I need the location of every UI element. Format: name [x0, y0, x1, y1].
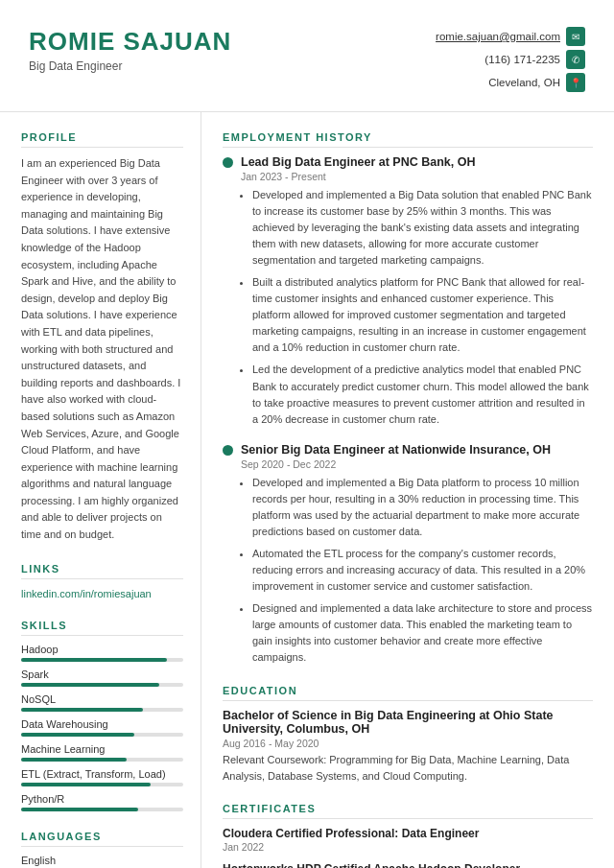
skill-item: Machine Learning	[21, 743, 183, 762]
job-title: Lead Big Data Engineer at PNC Bank, OH	[241, 155, 476, 169]
skill-item: ETL (Extract, Transform, Load)	[21, 768, 183, 786]
job-bullets: Developed and implemented a Big Data sol…	[241, 187, 593, 428]
edu-dates: Aug 2016 - May 2020	[223, 738, 593, 749]
employment-title: EMPLOYMENT HISTORY	[223, 131, 593, 148]
skill-bar-fill	[21, 808, 138, 811]
candidate-title: Big Data Engineer	[29, 59, 231, 73]
cert-item: Hortonworks HDP Certified Apache Hadoop …	[223, 862, 593, 868]
job-bullet: Developed and implemented a Big Data pla…	[252, 475, 593, 540]
job-bullet: Designed and implemented a data lake arc…	[252, 600, 593, 666]
skill-name: Data Warehousing	[21, 718, 183, 730]
job-dates: Sep 2020 - Dec 2022	[241, 458, 593, 470]
skill-item: Data Warehousing	[21, 718, 183, 737]
job-item: Lead Big Data Engineer at PNC Bank, OH J…	[223, 155, 593, 428]
skill-name: NoSQL	[21, 693, 183, 705]
email-link[interactable]: romie.sajuan@gmail.com	[436, 31, 560, 42]
skill-bar-bg	[21, 683, 183, 687]
skill-name: Spark	[21, 669, 183, 680]
languages-title: LANGUAGES	[21, 831, 183, 847]
skill-bar-bg	[21, 808, 183, 811]
education-item: Bachelor of Science in Big Data Engineer…	[223, 709, 593, 784]
edu-degree: Bachelor of Science in Big Data Engineer…	[223, 709, 593, 736]
language-english: English	[21, 855, 183, 866]
skills-list: Hadoop Spark NoSQL Data Warehousing Mach…	[21, 644, 183, 811]
job-bullet: Built a distributed analytics platform f…	[252, 274, 593, 356]
candidate-name: ROMIE SAJUAN	[29, 27, 231, 57]
certificates-list: Cloudera Certified Professional: Data En…	[223, 827, 593, 868]
job-bullet: Developed and implemented a Big Data sol…	[252, 187, 593, 269]
education-section: EDUCATION Bachelor of Science in Big Dat…	[223, 685, 593, 784]
skill-bar-fill	[21, 783, 151, 786]
languages-section: LANGUAGES English	[21, 831, 183, 866]
profile-title: PROFILE	[21, 131, 183, 148]
skill-bar-bg	[21, 733, 183, 737]
profile-section: PROFILE I am an experienced Big Data Eng…	[21, 131, 183, 544]
job-dates: Jan 2023 - Present	[241, 171, 593, 182]
skills-section: SKILLS Hadoop Spark NoSQL Data Warehousi…	[21, 620, 183, 811]
job-item: Senior Big Data Engineer at Nationwide I…	[223, 443, 593, 667]
skill-name: Python/R	[21, 793, 183, 805]
skill-bar-bg	[21, 783, 183, 786]
job-dot	[223, 445, 233, 456]
certificates-title: CERTIFICATES	[223, 803, 593, 819]
skill-name: Machine Learning	[21, 743, 183, 755]
skill-bar-fill	[21, 683, 159, 687]
education-list: Bachelor of Science in Big Data Engineer…	[223, 709, 593, 784]
job-bullets: Developed and implemented a Big Data pla…	[241, 475, 593, 667]
job-bullet: Led the development of a predictive anal…	[252, 362, 593, 427]
cert-date: Jan 2022	[223, 841, 593, 853]
location-icon: 📍	[566, 73, 585, 92]
skill-bar-fill	[21, 733, 134, 737]
links-section: LINKS linkedin.com/in/romiesajuan	[21, 563, 183, 600]
skill-bar-bg	[21, 758, 183, 762]
location-row: Cleveland, OH 📍	[488, 73, 585, 92]
cert-name: Hortonworks HDP Certified Apache Hadoop …	[223, 862, 593, 868]
skill-bar-fill	[21, 708, 143, 712]
skill-bar-bg	[21, 708, 183, 712]
phone-icon: ✆	[566, 50, 585, 69]
links-title: LINKS	[21, 563, 183, 579]
left-column: PROFILE I am an experienced Big Data Eng…	[0, 112, 201, 868]
jobs-list: Lead Big Data Engineer at PNC Bank, OH J…	[223, 155, 593, 666]
header-left: ROMIE SAJUAN Big Data Engineer	[29, 27, 231, 73]
header-section: ROMIE SAJUAN Big Data Engineer romie.saj…	[0, 0, 614, 112]
skill-bar-fill	[21, 658, 167, 662]
main-content: PROFILE I am an experienced Big Data Eng…	[0, 112, 614, 868]
skill-bar-bg	[21, 658, 183, 662]
skill-name: Hadoop	[21, 644, 183, 655]
linkedin-link[interactable]: linkedin.com/in/romiesajuan	[21, 588, 152, 599]
skill-item: NoSQL	[21, 693, 183, 712]
location-text: Cleveland, OH	[488, 77, 560, 88]
edu-coursework: Relevant Coursework: Programming for Big…	[223, 752, 593, 784]
employment-section: EMPLOYMENT HISTORY Lead Big Data Enginee…	[223, 131, 593, 666]
skill-item: Python/R	[21, 793, 183, 811]
header-right: romie.sajuan@gmail.com ✉ (116) 171-2235 …	[436, 27, 585, 92]
resume-page: ROMIE SAJUAN Big Data Engineer romie.saj…	[0, 0, 614, 868]
job-header: Senior Big Data Engineer at Nationwide I…	[223, 443, 593, 457]
skill-bar-fill	[21, 758, 127, 762]
skill-name: ETL (Extract, Transform, Load)	[21, 768, 183, 780]
right-column: EMPLOYMENT HISTORY Lead Big Data Enginee…	[201, 112, 614, 868]
certificates-section: CERTIFICATES Cloudera Certified Professi…	[223, 803, 593, 868]
cert-item: Cloudera Certified Professional: Data En…	[223, 827, 593, 853]
job-header: Lead Big Data Engineer at PNC Bank, OH	[223, 155, 593, 169]
cert-name: Cloudera Certified Professional: Data En…	[223, 827, 593, 840]
phone-text: (116) 171-2235	[484, 54, 560, 65]
skills-title: SKILLS	[21, 620, 183, 636]
email-icon: ✉	[566, 27, 585, 46]
phone-row: (116) 171-2235 ✆	[484, 50, 585, 69]
skill-item: Hadoop	[21, 644, 183, 662]
skill-item: Spark	[21, 669, 183, 687]
job-bullet: Automated the ETL process for the compan…	[252, 546, 593, 595]
job-dot	[223, 157, 233, 168]
education-title: EDUCATION	[223, 685, 593, 701]
profile-text: I am an experienced Big Data Engineer wi…	[21, 155, 183, 544]
email-row: romie.sajuan@gmail.com ✉	[436, 27, 585, 46]
job-title: Senior Big Data Engineer at Nationwide I…	[241, 443, 551, 457]
